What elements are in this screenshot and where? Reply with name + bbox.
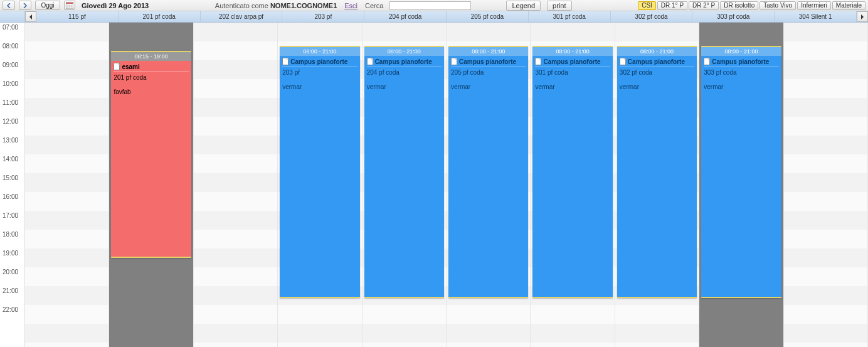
event-line <box>704 77 778 83</box>
column-header[interactable]: 202 clav arpa pf <box>201 11 283 22</box>
event-title: Campus pianoforte <box>712 58 769 65</box>
event-line: 205 pf coda <box>451 69 526 76</box>
calendar-column[interactable]: 08:00 - 21:00Campus pianoforte205 pf cod… <box>447 23 531 347</box>
scroll-right-button[interactable] <box>857 11 868 22</box>
calendar-event[interactable]: 08:00 - 21:00Campus pianoforte303 pf cod… <box>701 46 781 298</box>
calendar-column[interactable] <box>784 23 868 347</box>
event-title: esami <box>122 63 139 70</box>
event-time: 08:00 - 21:00 <box>701 47 781 56</box>
document-icon <box>114 63 120 70</box>
calendar-column[interactable]: 08:00 - 21:00Campus pianoforte302 pf cod… <box>615 23 699 347</box>
time-label: 10:00 <box>3 80 18 87</box>
calendar-event[interactable]: 08:00 - 21:00Campus pianoforte301 pf cod… <box>532 46 612 298</box>
time-label: 11:00 <box>3 99 18 106</box>
column-header[interactable]: 205 pf coda <box>447 11 529 22</box>
triangle-left-icon <box>29 14 33 19</box>
event-line: vermar <box>620 83 694 90</box>
view-button[interactable]: DR 1° P <box>657 1 687 10</box>
document-icon <box>535 58 541 65</box>
event-line: 302 pf coda <box>620 69 694 76</box>
calendar-event[interactable]: 08:00 - 21:00Campus pianoforte203 pfverm… <box>280 46 359 298</box>
time-label: 13:00 <box>3 137 18 144</box>
topbar: Oggi Giovedì 29 Ago 2013 Autenticato com… <box>0 0 868 11</box>
event-time: 08:15 - 19:00 <box>111 52 191 61</box>
document-icon <box>282 58 288 65</box>
prev-button[interactable] <box>3 1 15 10</box>
event-time: 08:00 - 21:00 <box>364 47 444 56</box>
calendar-event[interactable]: 08:00 - 21:00Campus pianoforte204 pf cod… <box>364 46 444 298</box>
time-gutter: 07:0008:0009:0010:0011:0012:0013:0014:00… <box>0 23 25 347</box>
time-row: 19:00 <box>0 248 24 267</box>
time-row: 17:00 <box>0 211 24 230</box>
event-line <box>282 77 357 83</box>
event-line: vermar <box>367 83 442 90</box>
time-label: 07:00 <box>3 24 18 31</box>
view-button[interactable]: DR isolotto <box>720 1 758 10</box>
time-label: 20:00 <box>3 269 18 275</box>
calendar-column[interactable]: 08:15 - 19:00esami201 pf codafavfab <box>109 23 193 347</box>
calendar-button[interactable] <box>64 1 75 10</box>
view-button[interactable]: CSI <box>638 1 656 10</box>
calendar-event[interactable]: 08:00 - 21:00Campus pianoforte205 pf cod… <box>448 46 528 298</box>
calendar-column[interactable]: 08:00 - 21:00Campus pianoforte303 pf cod… <box>699 23 783 347</box>
logout-link[interactable]: Esci <box>344 2 357 9</box>
time-row: 13:00 <box>0 136 24 154</box>
event-line: vermar <box>535 83 610 90</box>
event-line: vermar <box>451 83 526 90</box>
event-title: Campus pianoforte <box>628 58 685 65</box>
event-line <box>620 77 694 83</box>
column-header[interactable]: 203 pf <box>282 11 364 22</box>
calendar-event[interactable]: 08:00 - 21:00Campus pianoforte302 pf cod… <box>617 46 697 298</box>
calendar-column[interactable]: 08:00 - 21:00Campus pianoforte301 pf cod… <box>531 23 615 347</box>
event-line <box>535 77 610 83</box>
time-label: 08:00 <box>3 43 18 50</box>
time-row: 22:00 <box>0 305 24 324</box>
event-line: 204 pf coda <box>367 69 442 76</box>
calendar-grid: 07:0008:0009:0010:0011:0012:0013:0014:00… <box>0 23 868 347</box>
auth-prefix: Autenticato come <box>215 2 268 9</box>
calendar-column[interactable] <box>194 23 278 347</box>
time-row: 16:00 <box>0 192 24 211</box>
calendar-column[interactable] <box>25 23 109 347</box>
column-header[interactable]: 204 pf coda <box>364 11 447 22</box>
calendar-column[interactable]: 08:00 - 21:00Campus pianoforte203 pfverm… <box>278 23 362 347</box>
view-button[interactable]: DR 2° P <box>689 1 719 10</box>
column-header[interactable]: 115 pf <box>36 11 119 22</box>
auth-name: NOME1.COGNOME1 <box>270 2 337 9</box>
time-row: 18:00 <box>0 230 24 248</box>
calendar-column[interactable]: 08:00 - 21:00Campus pianoforte204 pf cod… <box>363 23 447 347</box>
print-button[interactable]: print <box>547 1 571 11</box>
column-header[interactable]: 302 pf coda <box>611 11 693 22</box>
document-icon <box>620 58 626 65</box>
view-button[interactable]: Materiale <box>832 1 865 10</box>
next-button[interactable] <box>19 1 31 10</box>
view-button[interactable]: Infermieri <box>797 1 831 10</box>
event-time: 08:00 - 21:00 <box>280 47 359 56</box>
time-label: 19:00 <box>3 250 18 257</box>
time-label: 12:00 <box>3 118 18 125</box>
time-label: 14:00 <box>3 156 18 163</box>
column-header[interactable]: 303 pf coda <box>692 11 775 22</box>
time-row: 11:00 <box>0 98 24 117</box>
event-line: favfab <box>114 88 188 95</box>
view-button[interactable]: Tasto Vivo <box>760 1 796 10</box>
time-row: 10:00 <box>0 79 24 98</box>
document-icon <box>367 58 373 65</box>
column-header[interactable]: 201 pf coda <box>119 11 201 22</box>
legend-button[interactable]: Legend <box>506 1 541 11</box>
search-input[interactable] <box>389 1 471 10</box>
time-label: 18:00 <box>3 231 18 238</box>
time-row: 21:00 <box>0 286 24 305</box>
time-label: 16:00 <box>3 193 18 200</box>
svg-rect-1 <box>66 3 73 4</box>
column-headers: 115 pf201 pf coda202 clav arpa pf203 pf2… <box>36 11 857 22</box>
triangle-right-icon <box>860 14 864 19</box>
column-header[interactable]: 304 Silent 1 <box>775 11 857 22</box>
time-row: 07:00 <box>0 23 24 41</box>
column-header[interactable]: 301 pf coda <box>529 11 611 22</box>
time-gutter-head <box>0 11 25 22</box>
scroll-left-button[interactable] <box>25 11 36 22</box>
calendar-event[interactable]: 08:15 - 19:00esami201 pf codafavfab <box>111 51 191 258</box>
today-button[interactable]: Oggi <box>35 1 60 10</box>
time-label: 15:00 <box>3 174 18 181</box>
